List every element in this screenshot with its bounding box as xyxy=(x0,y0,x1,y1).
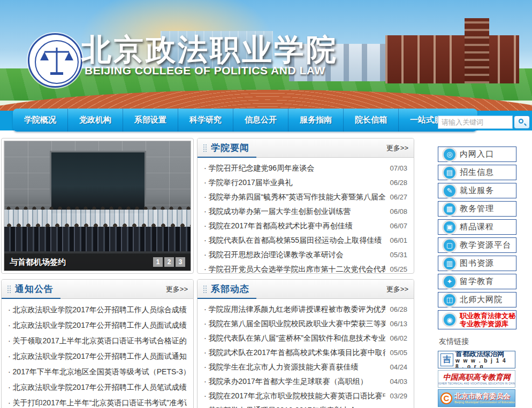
department-item[interactable]: 我院代表队在第八届“蓝桥杯”全国软件和信息技术专业 06/02 xyxy=(204,331,407,345)
news-item[interactable]: 学院举行2017届毕业典礼 06/28 xyxy=(204,175,407,190)
news-item-text: 学院举行2017届毕业典礼 xyxy=(204,178,385,188)
library-icon: ▥ xyxy=(444,258,455,270)
nav-menu-item[interactable]: 院长信箱 xyxy=(344,109,399,132)
news-box: 学院要闻 更多>> 学院召开纪念建党96周年座谈会 07/03 学院举行2017… xyxy=(197,138,414,274)
sidebar-button-label: 北师大网院 xyxy=(460,295,503,305)
nav-menu-item[interactable]: 服务指南 xyxy=(288,109,344,132)
department-item-text: 我院承办2017年首都大学生足球联赛（高职组） xyxy=(204,377,385,387)
sidebar-button[interactable]: ▦ 教务管理 xyxy=(438,201,516,217)
slideshow-photo[interactable]: 与首都机场签约 123 xyxy=(4,141,191,271)
slideshow-caption-bar: 与首都机场签约 123 xyxy=(4,253,191,271)
news-item-date: 07/03 xyxy=(390,164,407,172)
intranet-icon: ◎ xyxy=(444,149,455,160)
notice-item[interactable]: 北京政法职业学院2017年公开招聘工作人员笔试成绩及面试 xyxy=(8,380,187,395)
nav-menu-item[interactable]: 党政机构 xyxy=(68,109,123,132)
department-item[interactable]: 我院学生在北京市人力资源技能大赛喜获佳绩 04/24 xyxy=(204,360,407,374)
notice-item-text: 关于领取2017上半年北京英语口语证书考试合格证的通知 xyxy=(8,336,187,346)
news-item-date: 05/25 xyxy=(390,265,407,273)
news-item[interactable]: 学院召开党员大会选举学院出席市第十二次党代会代表 05/25 xyxy=(204,262,407,274)
notice-item[interactable]: 关于打印2017年上半年“北京英语口语证书考试”准考证的 xyxy=(8,395,187,408)
sidebar-button[interactable]: ◫ 北师大网院 xyxy=(438,292,516,307)
sidebar-button[interactable]: ▢ 教学资源平台 xyxy=(438,237,516,253)
notice-item[interactable]: 关于领取2017上半年北京英语口语证书考试合格证的通知 xyxy=(8,333,187,349)
notice-item[interactable]: 2017年下半年北京地区全国英语等级考试（PETS-3）报名通知 xyxy=(8,364,187,380)
departments-title-underline xyxy=(197,298,256,299)
news-item[interactable]: 我院在2017年首都高校武术比赛中再创佳绩 06/07 xyxy=(204,219,407,233)
banner-building-right xyxy=(385,35,519,83)
sidebar-button-label: 就业服务 xyxy=(460,186,494,196)
notice-item[interactable]: 北京政法职业学院2017年公开招聘工作人员面试通知（管理 xyxy=(8,349,187,364)
quick-links-sidebar: ◎ 内网入口 ▤ 招生信息 ✎ 就业服务 ▦ 教务管理 xyxy=(438,147,516,408)
nav-menu-item[interactable]: 学院概况 xyxy=(13,109,68,132)
sidebar-button[interactable]: ✦ 留学教育 xyxy=(438,274,516,289)
homepage: 北京政法职业学院 BEIJING COLLEGE OF POLITICS AND… xyxy=(0,0,532,408)
notice-item[interactable]: 北京政法职业学院2017年公开招聘工作人员面试成绩公告 xyxy=(8,318,187,333)
search-button[interactable] xyxy=(514,116,530,129)
link-banner-vocational-education[interactable]: 中国高职高专教育网 HIGHER TECHNICAL AND VOCATIONA… xyxy=(438,370,515,388)
department-item[interactable]: 我院武术队在2017年首都高校武术集体项目比赛中取得优异 05/05 xyxy=(204,345,407,360)
notice-item[interactable]: 北京政法职业学院2017年公开招聘工作人员综合成绩及考察 xyxy=(8,302,187,318)
department-item-date: 06/13 xyxy=(390,320,407,328)
department-item[interactable]: 我院在第八届全国职业院校民政职业大赛中荣获三等奖 06/13 xyxy=(204,317,407,331)
news-item-date: 06/08 xyxy=(390,207,407,215)
department-item-date: 06/28 xyxy=(390,305,407,313)
search-input[interactable] xyxy=(438,116,513,129)
news-item[interactable]: 我院成功举办第一届大学生创新创业训练营 06/08 xyxy=(204,204,407,219)
departments-header: 系部动态 更多>> xyxy=(197,280,414,299)
news-item-date: 06/28 xyxy=(390,179,407,187)
department-item[interactable]: 我院在2017年北京市职业院校技能大赛英语口语比赛中再创 03/29 xyxy=(204,389,407,403)
news-item[interactable]: 学院召开纪念建党96周年座谈会 07/03 xyxy=(204,161,407,175)
sidebar-button-label: 图书资源 xyxy=(460,258,494,268)
department-item-date: 05/05 xyxy=(390,349,407,357)
news-item-text: 我院举办第四届“毓秀杯”英语写作技能大赛暨第八届全 xyxy=(204,193,385,202)
news-item[interactable]: 我院举办第四届“毓秀杯”英语写作技能大赛暨第八届全 06/27 xyxy=(204,190,407,204)
news-item[interactable]: 我院召开思想政治理论课教学改革研讨会 05/31 xyxy=(204,248,407,262)
department-item[interactable]: 我院承办2017年首都大学生足球联赛（高职组） 04/03 xyxy=(204,374,407,389)
sidebar-button[interactable]: ✎ 就业服务 xyxy=(438,183,516,198)
link-banner-education-commission[interactable]: C 北京市教育委员会 Beijing Municipal Commission … xyxy=(438,389,515,407)
dots-icon xyxy=(203,285,207,294)
photo-crowd-front xyxy=(4,227,191,251)
main-menu: 学院概况党政机构系部设置科学研究信息公开服务指南院长信箱一站式服务平台 xyxy=(13,109,477,132)
department-item[interactable]: 学院应用法律系颜九红老师讲授课程被市教委评为优秀课 06/28 xyxy=(204,302,407,317)
departments-more-link[interactable]: 更多>> xyxy=(386,284,408,294)
slideshow-page-button[interactable]: 2 xyxy=(164,257,174,267)
building-icon: ◫ xyxy=(444,294,455,306)
resource-library-button[interactable]: ◉ 职业教育法律文秘 专业教学资源库 xyxy=(438,310,516,329)
department-item[interactable]: 基础部举办贯通项目2016-2017年度表彰大会 03/23 xyxy=(204,403,407,408)
news-more-link[interactable]: 更多>> xyxy=(386,143,408,153)
notice-item-text: 北京政法职业学院2017年公开招聘工作人员面试通知（管理 xyxy=(8,352,187,361)
department-item-text: 我院在2017年北京市职业院校技能大赛英语口语比赛中再创 xyxy=(204,391,385,401)
notice-item-text: 北京政法职业学院2017年公开招聘工作人员面试成绩公告 xyxy=(8,321,187,330)
sidebar-button[interactable]: ◎ 内网入口 xyxy=(438,147,516,162)
sidebar-button-label: 招生信息 xyxy=(460,167,494,178)
sidebar-button[interactable]: ▤ 招生信息 xyxy=(438,165,516,180)
bj148-logo: 吉 xyxy=(440,353,453,366)
slideshow-caption: 与首都机场签约 xyxy=(10,257,153,267)
slideshow-page-button[interactable]: 1 xyxy=(153,257,163,267)
slideshow-page-button[interactable]: 3 xyxy=(176,257,185,267)
department-item-date: 04/24 xyxy=(390,363,407,371)
notices-more-link[interactable]: 更多>> xyxy=(166,284,188,294)
link-banner-bj148[interactable]: 吉 首都政法综治网 w w w . b j 1 4 8 . o r g xyxy=(438,351,515,368)
nav-menu-item[interactable]: 信息公开 xyxy=(233,109,288,132)
notices-list: 北京政法职业学院2017年公开招聘工作人员综合成绩及考察 北京政法职业学院201… xyxy=(2,299,193,408)
news-item-text: 我院代表队在首都高校第55届田径运动会上取得佳绩 xyxy=(204,236,385,245)
news-item[interactable]: 我院代表队在首都高校第55届田径运动会上取得佳绩 06/01 xyxy=(204,233,407,248)
department-item-date: 03/29 xyxy=(390,392,407,400)
nav-menu-item[interactable]: 科学研究 xyxy=(178,109,233,132)
news-item-date: 06/27 xyxy=(390,193,407,201)
notice-item-text: 北京政法职业学院2017年公开招聘工作人员综合成绩及考察 xyxy=(8,305,187,315)
notices-title-underline xyxy=(2,298,60,299)
department-item-text: 我院代表队在第八届“蓝桥杯”全国软件和信息技术专业 xyxy=(204,334,385,343)
key-icon: ✦ xyxy=(444,276,455,288)
sidebar-button[interactable]: ▥ 图书资源 xyxy=(438,256,516,271)
slideshow-box: 与首都机场签约 123 xyxy=(1,138,194,274)
department-item-text: 我院在第八届全国职业院校民政职业大赛中荣获三等奖 xyxy=(204,319,385,329)
sidebar-button[interactable]: ▣ 精品课程 xyxy=(438,219,516,235)
nav-menu-item[interactable]: 系部设置 xyxy=(123,109,178,132)
slideshow-pagination: 123 xyxy=(153,257,185,267)
news-item-date: 05/31 xyxy=(390,251,407,259)
notices-header: 通知公告 更多>> xyxy=(2,280,193,299)
education-commission-text: 北京市教育委员会 Beijing Municipal Commission of… xyxy=(454,392,515,404)
